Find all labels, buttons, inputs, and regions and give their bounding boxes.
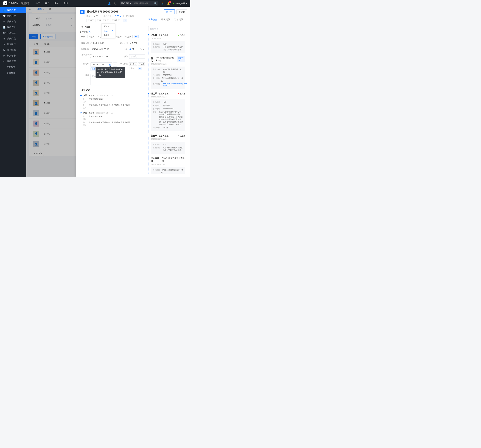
wechat-input[interactable]: 请输入 [129,54,145,59]
sidebar-item[interactable]: ⛛我的学员 [0,19,26,24]
topnav-item[interactable]: 数据 [64,2,68,5]
tags-more[interactable]: +4 [134,35,139,38]
topnav-item[interactable]: 质检 [54,2,59,5]
username: manager11 [175,2,185,5]
link[interactable]: http://www.yunduoketang.com/?123456 [163,83,187,87]
view-details-link[interactable]: 查看详情 [177,56,185,62]
customer-title: 微信名称6789990000966 [87,10,142,14]
personal-tag[interactable]: 标签1 [129,67,137,70]
customer-tag[interactable]: 中意向 [124,35,133,38]
user-menu[interactable]: manager11 ▾ [173,2,187,5]
nav-glyph-icon: 👥 [3,9,5,12]
val-source: 线上–北京昱新 [90,42,104,45]
user-icon[interactable]: 👤 [108,2,111,5]
customer-subtitle: 昵称：小王 ｜ 客户经理： 张三 ▴ ｜ 所在群聊： 群聊三群聊一群大群群聊六群… [87,15,142,22]
personal-tags-more[interactable]: +4 [138,67,143,70]
record-item: 小王更新了2021/01/30 01:38:27微信：空值-1367218282… [80,94,142,109]
chevron-up-icon: ▴ [120,15,121,17]
dropdown-item[interactable]: 师馨薇 [102,24,115,29]
customer-tag[interactable]: 高意向 [115,35,123,38]
sidebar-item[interactable]: 🛍我的商品 [0,36,26,41]
customer-tag[interactable]: 高意向 [88,35,96,38]
notification-badge: 5 [169,1,171,3]
activity-filter-select[interactable]: 全部动态⌄ [148,26,187,31]
search-input[interactable] [133,2,153,5]
contact-card-icon[interactable]: ▤ [109,63,111,66]
gender-male-radio[interactable]: 男 [129,48,134,51]
topnav-item[interactable]: 推广 [36,2,40,5]
nav-glyph-icon: 🛍 [3,38,5,40]
sidebar-item[interactable]: 📄我的订单 [0,24,26,30]
nav-glyph-icon: ⛛ [3,20,5,23]
timeline-item: 购买4399理财课进阶课程大礼包查看详情2021/01/30 01:38:27课… [148,56,187,92]
timeline-dot-icon [148,57,149,58]
sidebar-item[interactable]: 🏷标签管理˄ [0,59,26,64]
main: ☰ 个人活码✕我 项目请选择▾运营期次请选择▾ 导出不加密导出 头像 微信名 👤… [26,7,190,177]
nav-glyph-icon: ☎ [3,32,5,34]
edit-tags-icon[interactable]: ✎ [89,31,91,33]
mobile-icon[interactable]: 📱 [161,2,164,5]
search-type-select[interactable]: 手机号码▾ [120,2,133,5]
chevron-down-icon: ▾ [186,2,187,5]
activity-timeline: 定金单创建人小王已完成2020/01/30 01:38:27跟单方式：电话跟单内… [148,34,187,174]
timeline-item: 定金单创建人小王已完成2020/01/30 01:38:27跟单方式：电话跟单内… [148,34,187,56]
sidebar-subitem[interactable]: 客户标签 [0,64,26,70]
personal-tag[interactable]: 标签1 [129,62,137,66]
timeline-item: 定金单创建人小王已取消2020/01/30 01:38:27跟单方式：电话跟单内… [148,134,187,157]
sidebar-item[interactable]: ↷流失客户 [0,41,26,47]
cloud-icon: ☁ [3,1,7,5]
manager-dropdown: 师馨薇张三俱保咏 [101,23,115,38]
manager-select[interactable]: 张三 ▴ [115,15,121,18]
gender-female-radio[interactable]: 女 [140,48,144,51]
group-pill[interactable]: 群聊三 [87,19,95,22]
phone-icon[interactable]: 📞 [114,2,117,5]
customer-drawer: ▦ 微信名称6789990000966 昵称：小王 ｜ 客户经理： 张三 ▴ ｜… [76,7,190,177]
sidebar-item[interactable]: ⇆客户继承 [0,47,26,53]
sidebar-item[interactable]: 👥我的好友 [0,7,26,13]
chevron-down-icon: ▾ [130,2,131,5]
deposit-button[interactable]: 交定金 [176,9,187,14]
nav-glyph-icon: 🏷 [3,60,5,63]
phone-input[interactable]: 13241672152 ▤ [90,62,112,67]
timeline-dot-icon [148,34,149,35]
timeline-dot-icon [148,135,149,136]
nav-glyph-icon: 💬 [3,15,5,17]
group-pill[interactable]: 群聊六群 [111,19,121,22]
activity-tab[interactable]: 聊天记录 [161,18,170,22]
customer-tag[interactable]: 一般 [80,35,86,38]
groups-more[interactable]: +4 [123,19,127,22]
nav-glyph-icon: ↷ [3,43,5,46]
top-nav: 推广客户质检数据 [36,2,68,5]
activity-tabs: 客户动态聊天记录订单记录 [148,18,187,24]
personal-tag[interactable]: 个人标签12 [138,62,145,66]
sidebar-item[interactable]: ⊘删人记录 [0,53,26,59]
timeline-item: 进入直播间759-59班第三期理财直播课2021/01/30 01:38:27通… [148,157,187,174]
place-order-button[interactable]: 代下单 [164,9,175,14]
topnav-item[interactable]: 客户 [45,2,49,5]
logo-text: 云朵CRM [8,2,18,5]
nav-glyph-icon: ⇆ [3,49,5,51]
activity-tab[interactable]: 客户动态 [148,18,157,22]
activity-tab[interactable]: 订单记录 [174,18,183,22]
sidebar-item[interactable]: 💬我的群聊 [0,13,26,19]
logo: ☁ 云朵CRM 教育机构一站式服务云平台 [3,1,29,5]
record-item: 小王更新了2021/01/30 01:38:27微信：空值-1367218282… [80,111,142,126]
sidebar: 👥我的好友💬我的群聊⛛我的学员📄我的订单☎电话记录🛍我的商品↷流失客户⇆客户继承… [0,7,26,177]
dropdown-item[interactable]: 张三 [102,29,115,33]
group-pill[interactable]: 群聊一群大群 [96,19,110,22]
copy-phone-icon[interactable]: ⧉ [113,62,117,67]
search-icon[interactable]: 🔍 [153,2,158,5]
phone-duplicate-tooltip: 查询到此手机号码在系统中已存在，可以将两条客户数据合并为一条 [96,67,125,78]
sidebar-item[interactable]: ☎电话记录 [0,30,26,36]
bell-icon[interactable]: 🔔5 [167,2,170,5]
timeline-item: 报名单创建人小王已失败2020/01/30 01:38:27客户经理：小王客户姓… [148,92,187,134]
val-friend-source: 名片分享 [129,42,137,45]
drawer-header: ▦ 微信名称6789990000966 昵称：小王 ｜ 客户经理： 张三 ▴ ｜… [80,10,142,22]
val-add-time: 2021/09/10 12:00:00 [90,48,109,50]
chevron-down-icon: ⌄ [184,28,186,30]
dropdown-item[interactable]: 俱保咏 [102,33,115,37]
topbar: ☁ 云朵CRM 教育机构一站式服务云平台 推广客户质检数据 👤 📞 手机号码▾ … [0,0,190,7]
drawer-right: 代下单 交定金 客户动态聊天记录订单记录 全部动态⌄ 定金单创建人小王已完成20… [145,7,190,177]
val-last-chat: 2021/09/10 12:00:00 [93,55,111,58]
sidebar-subitem[interactable]: 群聊标签 [0,70,26,76]
